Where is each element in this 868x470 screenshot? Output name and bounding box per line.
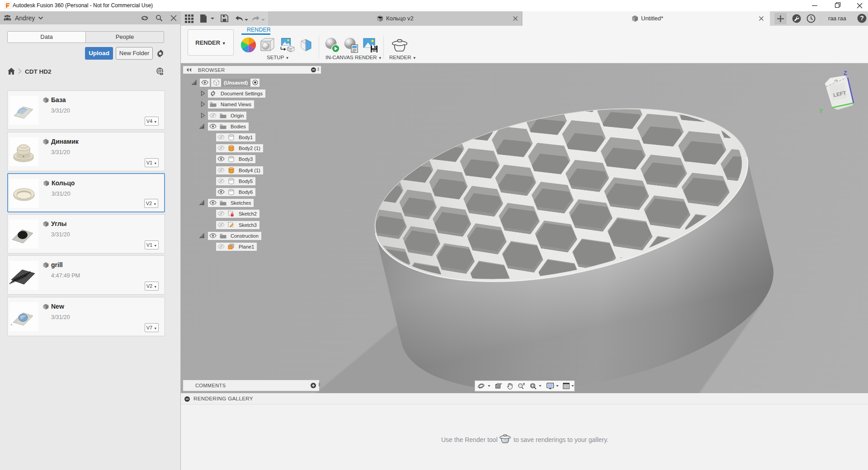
svg-text:Y: Y <box>819 108 823 114</box>
svg-text:Z: Z <box>844 70 847 76</box>
svg-text:?: ? <box>860 14 864 22</box>
